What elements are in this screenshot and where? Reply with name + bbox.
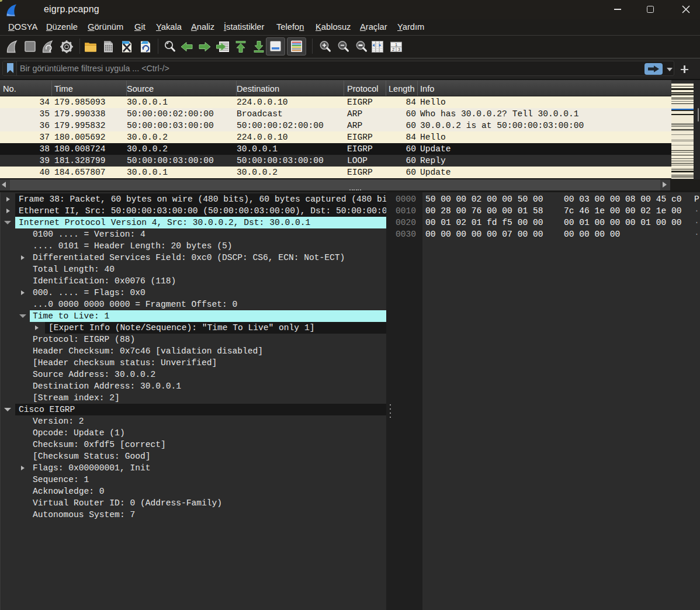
svg-text:2: 2 [392, 47, 394, 52]
svg-text:1: 1 [395, 42, 397, 47]
svg-text:3: 3 [398, 47, 400, 52]
